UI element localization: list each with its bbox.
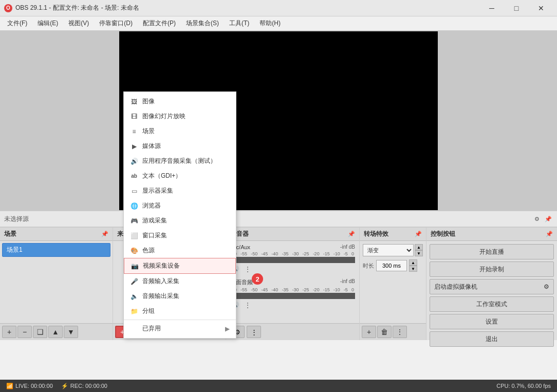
start-recording-button[interactable]: 开始录制: [430, 262, 554, 277]
ctx-image-label: 图像: [142, 97, 155, 106]
title-bar-controls: ─ □ ✕: [480, 0, 553, 16]
start-streaming-button[interactable]: 开始直播: [430, 244, 554, 259]
scenes-panel-header: 场景 📌: [0, 228, 113, 241]
mixer-menu-button[interactable]: ⋮: [247, 326, 261, 338]
scenes-panel: 场景 📌 场景1 + − ❑ ▲ ▼: [0, 228, 113, 340]
scene-down-button[interactable]: ▼: [64, 326, 78, 338]
ctx-video-capture-label: 视频采集设备: [143, 262, 180, 270]
start-virtual-camera-button[interactable]: 启动虚拟摄像机 ⚙: [430, 279, 554, 294]
status-rec: ⚡ REC: 00:00:00: [61, 383, 107, 389]
mixer-channel-2-db: -inf dB: [340, 278, 355, 286]
mixer-channel-1-db: -inf dB: [340, 244, 355, 250]
scene-copy-button[interactable]: ❑: [33, 326, 47, 338]
transition-duration-label: 时长: [363, 262, 374, 270]
ctx-audio-input-icon: 🎤: [130, 277, 138, 286]
transitions-panel-content: 渐变 ▲ ▼ 时长 ▲ ▼: [360, 241, 426, 323]
exit-button[interactable]: 退出: [430, 331, 554, 347]
menu-scene-collection[interactable]: 场景集合(S): [181, 17, 224, 30]
mixer-panel-icon[interactable]: 📌: [348, 231, 355, 237]
scenes-panel-icon[interactable]: 📌: [101, 231, 108, 237]
source-bar-pin[interactable]: 📌: [544, 214, 553, 223]
settings-button[interactable]: 设置: [430, 314, 554, 329]
scene-remove-button[interactable]: −: [17, 326, 32, 338]
ctx-display-capture-label: 显示器采集: [142, 186, 173, 195]
mixer-channel-1: Mic/Aux -inf dB -60-55-50-45-40-35-30-25…: [230, 244, 355, 274]
transition-add-button[interactable]: +: [362, 326, 376, 338]
mixer-channel-1-menu[interactable]: ⋮: [243, 264, 253, 274]
transition-duration-input[interactable]: [376, 260, 407, 271]
mixer-panel-header: 混音器 📌: [226, 228, 359, 241]
menu-profile[interactable]: 配置文件(P): [138, 17, 181, 30]
ctx-media[interactable]: ▶ 媒体源: [124, 139, 236, 154]
ctx-window-capture-icon: ⬜: [130, 232, 138, 240]
ctx-audio-output-label: 音频输出采集: [142, 292, 179, 301]
ctx-audio-input[interactable]: 🎤 音频输入采集: [124, 274, 236, 289]
badge-2-label: 2: [255, 275, 259, 283]
minimize-button[interactable]: ─: [480, 0, 504, 16]
ctx-text-gdi-icon: ab: [130, 172, 138, 180]
virtual-camera-settings-icon[interactable]: ⚙: [544, 283, 549, 290]
transition-type-spin: ▲ ▼: [415, 244, 423, 256]
ctx-text-gdi[interactable]: ab 文本（GDI+）: [124, 169, 236, 183]
transition-duration-spin: ▲ ▼: [409, 259, 417, 272]
scene-add-button[interactable]: +: [2, 326, 16, 338]
ctx-slideshow[interactable]: 🎞 图像幻灯片放映: [124, 109, 236, 124]
menu-help[interactable]: 帮助(H): [254, 17, 286, 30]
ctx-window-capture[interactable]: ⬜ 窗口采集: [124, 228, 236, 243]
maximize-button[interactable]: □: [505, 0, 528, 16]
source-bar-settings[interactable]: ⚙: [532, 214, 542, 223]
mixer-channel-2-menu[interactable]: ⋮: [243, 300, 253, 310]
transition-remove-button[interactable]: 🗑: [377, 326, 392, 338]
controls-panel: 控制按钮 📌 开始直播 开始录制 启动虚拟摄像机 ⚙ 工作室模式 设置 退出: [426, 228, 557, 340]
ctx-text-gdi-label: 文本（GDI+）: [142, 172, 181, 180]
transitions-panel-icon[interactable]: 📌: [415, 231, 422, 237]
ctx-slideshow-icon: 🎞: [130, 113, 138, 121]
start-virtual-camera-label: 启动虚拟摄像机: [434, 283, 477, 291]
menu-view[interactable]: 视图(V): [63, 17, 94, 30]
ctx-scene-label: 场景: [142, 127, 155, 136]
menu-dock[interactable]: 停靠窗口(D): [94, 17, 138, 30]
ctx-group-icon: 📁: [130, 307, 138, 315]
close-button[interactable]: ✕: [529, 0, 553, 16]
ctx-browser-label: 浏览器: [142, 201, 161, 210]
ctx-game-capture[interactable]: 🎮 游戏采集: [124, 213, 236, 228]
studio-mode-button[interactable]: 工作室模式: [430, 296, 554, 312]
menu-tools[interactable]: 工具(T): [224, 17, 254, 30]
menu-edit[interactable]: 编辑(E): [32, 17, 63, 30]
ctx-display-capture[interactable]: ▭ 显示器采集: [124, 183, 236, 198]
ctx-color-source[interactable]: 🎨 色源: [124, 243, 236, 258]
live-text: LIVE: 00:00:00: [15, 383, 53, 389]
mixer-panel: 混音器 📌 Mic/Aux -inf dB -60-55-50-45-40-35…: [226, 228, 360, 340]
transition-type-up[interactable]: ▲: [415, 244, 423, 250]
ctx-video-capture[interactable]: 📷 视频采集设备: [124, 258, 236, 274]
ctx-app-audio[interactable]: 🔊 应用程序音频采集（测试）: [124, 154, 236, 169]
scene-item[interactable]: 场景1: [2, 243, 110, 257]
transition-type-down[interactable]: ▼: [415, 250, 423, 256]
title-bar: O OBS 29.1.1 - 配置文件: 未命名 - 场景: 未命名 ─ □ ✕: [0, 0, 557, 16]
ctx-window-capture-label: 窗口采集: [142, 231, 167, 240]
badge-2: 2: [252, 273, 263, 285]
transition-duration-down[interactable]: ▼: [409, 266, 417, 272]
controls-panel-icon[interactable]: 📌: [546, 231, 553, 237]
ctx-media-label: 媒体源: [142, 142, 161, 151]
ctx-browser[interactable]: 🌐 浏览器: [124, 198, 236, 213]
ctx-audio-output[interactable]: 🔈 音频输出采集: [124, 289, 236, 304]
transition-duration-up[interactable]: ▲: [409, 259, 417, 266]
ctx-scene[interactable]: ≡ 场景: [124, 124, 236, 139]
transition-menu-button[interactable]: ⋮: [393, 326, 407, 338]
scene-up-button[interactable]: ▲: [48, 326, 63, 338]
ctx-app-audio-icon: 🔊: [130, 157, 138, 165]
ctx-deprecated-icon: [130, 325, 138, 333]
source-bar-label: 未选择源: [4, 215, 29, 223]
ctx-app-audio-label: 应用程序音频采集（测试）: [142, 157, 216, 165]
live-icon: 📶: [6, 383, 13, 389]
ctx-audio-input-label: 音频输入采集: [142, 277, 179, 286]
ctx-deprecated[interactable]: 已弃用 ▶: [124, 321, 236, 336]
scenes-panel-content: 场景1: [0, 241, 113, 323]
ctx-group[interactable]: 📁 分组: [124, 304, 236, 319]
transition-duration-row: 时长 ▲ ▼: [363, 259, 423, 272]
cpu-text: CPU: 0.7%, 60.00 fps: [496, 383, 551, 389]
ctx-image[interactable]: 🖼 图像: [124, 94, 236, 109]
transition-type-select[interactable]: 渐变: [363, 244, 414, 256]
menu-file[interactable]: 文件(F): [2, 17, 32, 30]
